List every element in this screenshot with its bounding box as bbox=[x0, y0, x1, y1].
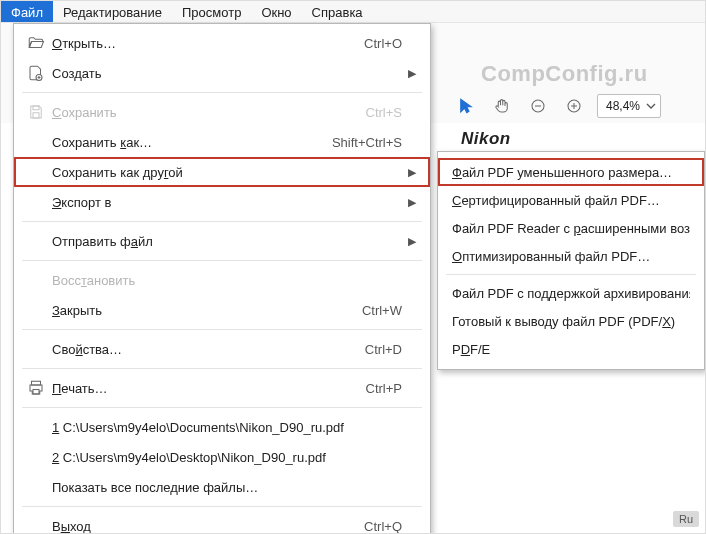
hand-icon bbox=[493, 97, 511, 115]
save-icon bbox=[27, 103, 45, 121]
svg-rect-8 bbox=[33, 106, 39, 110]
menu-label: Создать bbox=[52, 66, 402, 81]
zoom-value: 48,4% bbox=[606, 99, 640, 113]
menu-shortcut: Ctrl+O bbox=[364, 36, 402, 51]
chevron-down-icon bbox=[646, 101, 656, 111]
folder-open-icon bbox=[27, 34, 45, 52]
menubar-item-file[interactable]: Файл bbox=[1, 1, 53, 22]
submenu-label: Готовый к выводу файл PDF (PDF/X) bbox=[452, 314, 690, 329]
submenu-label: Файл PDF уменьшенного размера… bbox=[452, 165, 690, 180]
toolbar-row: 48,4% bbox=[453, 93, 661, 119]
submenu-arrow-icon: ▶ bbox=[402, 166, 416, 179]
menu-separator bbox=[22, 92, 422, 93]
menu-item-recent-2[interactable]: 2 C:\Users\m9y4elo\Desktop\Nikon_D90_ru.… bbox=[14, 442, 430, 472]
submenu-item-reduced-size-pdf[interactable]: Файл PDF уменьшенного размера… bbox=[438, 158, 704, 186]
file-menu: ООткрыть…ткрыть… Ctrl+O Создать ▶ Сохран… bbox=[13, 23, 431, 534]
menu-label: Сохранить как… bbox=[52, 135, 332, 150]
menu-label: ООткрыть…ткрыть… bbox=[52, 36, 364, 51]
menubar-item-view[interactable]: Просмотр bbox=[172, 1, 251, 22]
menu-item-recent-1[interactable]: 1 C:\Users\m9y4elo\Documents\Nikon_D90_r… bbox=[14, 412, 430, 442]
menu-item-show-all-recent[interactable]: Показать все последние файлы… bbox=[14, 472, 430, 502]
minus-circle-icon bbox=[529, 97, 547, 115]
menu-shortcut: Ctrl+S bbox=[366, 105, 402, 120]
menu-shortcut: Ctrl+P bbox=[366, 381, 402, 396]
menu-item-close[interactable]: Закрыть Ctrl+W bbox=[14, 295, 430, 325]
submenu-label: Файл PDF Reader с расширенными возможнос… bbox=[452, 221, 690, 236]
menu-shortcut: Ctrl+Q bbox=[364, 519, 402, 534]
zoom-out-button[interactable] bbox=[525, 93, 551, 119]
submenu-label: Сертифицированный файл PDF… bbox=[452, 193, 690, 208]
menu-item-restore: Восстановить bbox=[14, 265, 430, 295]
menu-item-properties[interactable]: Свойства… Ctrl+D bbox=[14, 334, 430, 364]
svg-rect-10 bbox=[32, 381, 41, 385]
svg-rect-11 bbox=[33, 390, 39, 395]
menu-label: Сохранить bbox=[52, 105, 366, 120]
menu-item-open[interactable]: ООткрыть…ткрыть… Ctrl+O bbox=[14, 28, 430, 58]
menu-label: 1 C:\Users\m9y4elo\Documents\Nikon_D90_r… bbox=[52, 420, 402, 435]
menu-label: Печать… bbox=[52, 381, 366, 396]
submenu-label: PDF/E bbox=[452, 342, 690, 357]
menu-separator bbox=[22, 329, 422, 330]
menu-label: Свойства… bbox=[52, 342, 365, 357]
menu-label: 2 C:\Users\m9y4elo\Desktop\Nikon_D90_ru.… bbox=[52, 450, 402, 465]
menubar: Файл Редактирование Просмотр Окно Справк… bbox=[1, 1, 705, 23]
menu-item-export[interactable]: Экспорт в ▶ bbox=[14, 187, 430, 217]
save-as-other-submenu: Файл PDF уменьшенного размера… Сертифици… bbox=[437, 151, 705, 370]
cursor-tool[interactable] bbox=[453, 93, 479, 119]
menu-item-print[interactable]: Печать… Ctrl+P bbox=[14, 373, 430, 403]
submenu-arrow-icon: ▶ bbox=[402, 67, 416, 80]
menu-item-save-as[interactable]: Сохранить как… Shift+Ctrl+S bbox=[14, 127, 430, 157]
submenu-arrow-icon: ▶ bbox=[402, 196, 416, 209]
menu-shortcut: Ctrl+W bbox=[362, 303, 402, 318]
menubar-item-help[interactable]: Справка bbox=[302, 1, 373, 22]
document-brand-text: Nikon bbox=[461, 129, 511, 149]
menu-separator bbox=[22, 260, 422, 261]
menu-item-exit[interactable]: Выход Ctrl+Q bbox=[14, 511, 430, 534]
hand-tool[interactable] bbox=[489, 93, 515, 119]
file-plus-icon bbox=[27, 64, 45, 82]
menu-label: Выход bbox=[52, 519, 364, 534]
menu-shortcut: Ctrl+D bbox=[365, 342, 402, 357]
menu-shortcut: Shift+Ctrl+S bbox=[332, 135, 402, 150]
submenu-item-archivable-pdf[interactable]: Файл PDF с поддержкой архивирования bbox=[438, 279, 704, 307]
language-indicator[interactable]: Ru bbox=[673, 511, 699, 527]
submenu-item-press-ready-pdf[interactable]: Готовый к выводу файл PDF (PDF/X) bbox=[438, 307, 704, 335]
menu-item-create[interactable]: Создать ▶ bbox=[14, 58, 430, 88]
menu-label: Показать все последние файлы… bbox=[52, 480, 402, 495]
svg-rect-9 bbox=[33, 113, 39, 118]
menu-separator bbox=[22, 221, 422, 222]
zoom-level-select[interactable]: 48,4% bbox=[597, 94, 661, 118]
menu-label: Экспорт в bbox=[52, 195, 402, 210]
submenu-item-certified-pdf[interactable]: Сертифицированный файл PDF… bbox=[438, 186, 704, 214]
submenu-label: Файл PDF с поддержкой архивирования bbox=[452, 286, 690, 301]
watermark-text: CompConfig.ru bbox=[481, 61, 648, 87]
menu-label: Сохранить как другой bbox=[52, 165, 402, 180]
cursor-icon bbox=[457, 97, 475, 115]
menubar-item-window[interactable]: Окно bbox=[251, 1, 301, 22]
menu-item-save: Сохранить Ctrl+S bbox=[14, 97, 430, 127]
submenu-item-reader-extended-pdf[interactable]: Файл PDF Reader с расширенными возможнос… bbox=[438, 214, 704, 242]
submenu-item-optimized-pdf[interactable]: Оптимизированный файл PDF… bbox=[438, 242, 704, 270]
menu-label: Отправить файл bbox=[52, 234, 402, 249]
menu-separator bbox=[446, 274, 696, 275]
printer-icon bbox=[27, 379, 45, 397]
zoom-in-button[interactable] bbox=[561, 93, 587, 119]
submenu-arrow-icon: ▶ bbox=[402, 235, 416, 248]
menu-label: Закрыть bbox=[52, 303, 362, 318]
menu-item-send-file[interactable]: Отправить файл ▶ bbox=[14, 226, 430, 256]
submenu-label: Оптимизированный файл PDF… bbox=[452, 249, 690, 264]
menu-label: Восстановить bbox=[52, 273, 402, 288]
menu-separator bbox=[22, 407, 422, 408]
menubar-item-edit[interactable]: Редактирование bbox=[53, 1, 172, 22]
app-window: Файл Редактирование Просмотр Окно Справк… bbox=[0, 0, 706, 534]
submenu-item-pdf-e[interactable]: PDF/E bbox=[438, 335, 704, 363]
menu-separator bbox=[22, 506, 422, 507]
plus-circle-icon bbox=[565, 97, 583, 115]
menu-item-save-as-other[interactable]: Сохранить как другой ▶ bbox=[14, 157, 430, 187]
menu-separator bbox=[22, 368, 422, 369]
